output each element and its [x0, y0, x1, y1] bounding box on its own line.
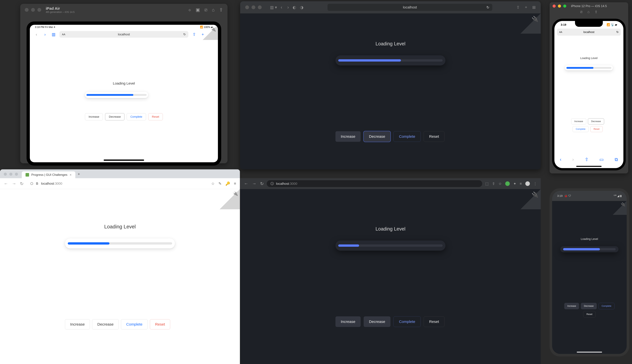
decrease-button[interactable]: Decrease — [105, 113, 124, 120]
url-field[interactable]: ⓘ localhost:3000 — [267, 180, 482, 187]
install-app-icon[interactable]: ⬚ — [485, 182, 488, 186]
rotate-icon[interactable]: ⎚ — [204, 7, 207, 12]
home-indicator[interactable] — [577, 352, 602, 352]
close-tab-icon[interactable]: × — [70, 173, 72, 177]
share-icon[interactable]: ⇧ — [191, 32, 197, 37]
back-button[interactable]: ‹ — [560, 157, 561, 162]
increase-button[interactable]: Increase — [336, 316, 360, 327]
reset-button[interactable]: Reset — [424, 131, 444, 142]
tabs-icon[interactable]: ⊞ — [532, 5, 536, 10]
reload-button[interactable]: ↻ — [20, 181, 24, 186]
devtools-badge-icon[interactable] — [520, 189, 541, 209]
close-window-button[interactable] — [4, 173, 7, 176]
url-field[interactable]: AA localhost ↻ — [557, 28, 621, 36]
bookmark-star-icon[interactable]: ☆ — [211, 181, 215, 186]
forward-button[interactable]: → — [12, 181, 16, 186]
forward-button[interactable]: → — [252, 181, 256, 186]
devtools-badge-icon[interactable] — [220, 189, 240, 209]
extensions-icon[interactable]: ✦ — [513, 182, 516, 186]
reset-button[interactable]: Reset — [583, 311, 596, 318]
shield-icon[interactable]: ⬡ — [30, 182, 33, 186]
close-window-button[interactable] — [245, 6, 249, 9]
complete-button[interactable]: Complete — [121, 319, 148, 329]
pointer-icon[interactable]: ⟐ — [188, 7, 191, 12]
back-button[interactable]: ← — [4, 181, 8, 186]
zoom-window-button[interactable] — [258, 6, 262, 9]
url-field[interactable]: localhost ↻ — [328, 4, 492, 11]
reload-icon[interactable]: ↻ — [616, 30, 618, 34]
minimize-window-button[interactable] — [9, 173, 12, 176]
url-field[interactable]: AA localhost ↻ — [60, 31, 188, 38]
menu-icon[interactable]: ≡ — [234, 181, 236, 186]
bookmarks-icon[interactable]: ▭ — [600, 157, 604, 162]
share-icon[interactable]: ⇪ — [594, 10, 598, 16]
decrease-button[interactable]: Decrease — [364, 131, 390, 142]
zoom-window-button[interactable] — [15, 173, 18, 176]
decrease-button[interactable]: Decrease — [588, 118, 604, 124]
browser-tab[interactable]: Progress | GUI Challenges × — [22, 172, 75, 178]
back-button[interactable]: ‹ — [34, 32, 39, 37]
reset-button[interactable]: Reset — [150, 319, 170, 329]
reading-list-icon[interactable]: ≡ — [520, 182, 522, 186]
sidebar-icon[interactable]: ▥ — [51, 32, 56, 37]
extension-icon[interactable] — [505, 181, 510, 186]
extension-icon[interactable]: ✎ — [218, 181, 222, 186]
lock-icon[interactable]: 🗎 — [36, 182, 39, 186]
reset-button[interactable]: Reset — [424, 316, 444, 327]
devtools-badge-icon[interactable] — [520, 14, 541, 34]
close-window-button[interactable] — [552, 4, 556, 8]
increase-button[interactable]: Increase — [336, 131, 360, 142]
zoom-window-button[interactable] — [38, 8, 41, 12]
sidebar-icon[interactable]: ▥ ▾ — [270, 5, 277, 10]
reset-button[interactable]: Reset — [590, 126, 603, 132]
increase-button[interactable]: Increase — [65, 319, 90, 329]
increase-button[interactable]: Increase — [85, 113, 103, 120]
increase-button[interactable]: Increase — [564, 303, 579, 309]
decrease-button[interactable]: Decrease — [92, 319, 119, 329]
complete-button[interactable]: Complete — [127, 113, 146, 120]
extension-icon[interactable]: 🔑 — [225, 181, 230, 186]
forward-button[interactable]: › — [572, 157, 574, 162]
forward-button[interactable]: › — [42, 32, 48, 37]
back-button[interactable]: ‹ — [281, 5, 282, 10]
devtools-badge-icon[interactable] — [203, 25, 218, 40]
reset-button[interactable]: Reset — [148, 113, 163, 120]
minimize-window-button[interactable] — [31, 8, 35, 12]
share-icon[interactable]: ⇧ — [516, 5, 520, 10]
new-tab-icon[interactable]: + — [525, 5, 527, 10]
complete-button[interactable]: Complete — [394, 316, 420, 327]
minimize-window-button[interactable] — [252, 6, 255, 9]
home-icon[interactable]: ⌂ — [588, 10, 590, 16]
zoom-window-button[interactable] — [563, 4, 566, 8]
reader-aa-icon[interactable]: AA — [62, 33, 65, 36]
share-icon[interactable]: ⇧ — [492, 182, 495, 186]
complete-button[interactable]: Complete — [394, 131, 420, 142]
extension-icon[interactable] — [525, 181, 530, 186]
new-tab-button[interactable]: + — [78, 172, 80, 176]
close-window-button[interactable] — [25, 8, 28, 12]
home-icon[interactable]: ⌂ — [212, 7, 215, 12]
screenshot-icon[interactable]: ⎚ — [580, 10, 582, 16]
reload-icon[interactable]: ↻ — [486, 5, 489, 10]
complete-button[interactable]: Complete — [598, 303, 614, 309]
share-icon[interactable]: ⇪ — [219, 7, 223, 12]
url-field[interactable]: ⬡ 🗎 localhost:3000 — [26, 180, 208, 187]
forward-button[interactable]: › — [287, 5, 289, 10]
menu-icon[interactable]: ⋮ — [534, 182, 537, 186]
reload-button[interactable]: ↻ — [260, 181, 264, 186]
devtools-badge-icon[interactable] — [613, 201, 627, 215]
appearance-icon[interactable]: ◑ — [300, 5, 304, 10]
tabs-icon[interactable]: ⧉ — [615, 157, 618, 162]
back-button[interactable]: ← — [244, 181, 248, 186]
shield-icon[interactable]: ◐ — [292, 5, 296, 10]
decrease-button[interactable]: Decrease — [581, 303, 596, 309]
home-indicator[interactable] — [104, 160, 144, 161]
screenshot-icon[interactable]: ▣ — [196, 7, 200, 12]
reader-aa-icon[interactable]: AA — [559, 31, 562, 34]
minimize-window-button[interactable] — [558, 4, 561, 8]
decrease-button[interactable]: Decrease — [364, 316, 390, 327]
increase-button[interactable]: Increase — [571, 118, 586, 124]
share-icon[interactable]: ⇧ — [585, 157, 588, 162]
reload-icon[interactable]: ↻ — [183, 32, 186, 36]
home-indicator[interactable] — [576, 166, 602, 167]
